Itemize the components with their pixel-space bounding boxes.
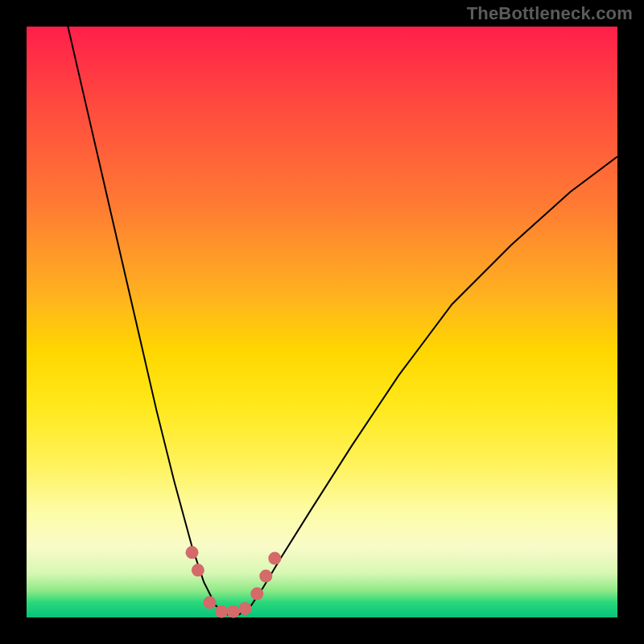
bottleneck-curve bbox=[68, 27, 617, 614]
curve-marker bbox=[192, 564, 204, 576]
curve-marker bbox=[215, 605, 228, 618]
curve-marker bbox=[204, 597, 217, 609]
watermark-text: TheBottleneck.com bbox=[467, 3, 633, 24]
curve-marker bbox=[259, 570, 272, 583]
curve-marker bbox=[239, 602, 252, 615]
chart-frame: TheBottleneck.com bbox=[0, 0, 644, 644]
curve-marker bbox=[186, 546, 199, 559]
marker-group bbox=[186, 546, 282, 617]
curve-marker bbox=[250, 588, 263, 601]
plot-area bbox=[27, 27, 617, 617]
curve-marker bbox=[227, 605, 240, 618]
curve-marker bbox=[268, 552, 281, 565]
curve-svg bbox=[27, 27, 617, 617]
